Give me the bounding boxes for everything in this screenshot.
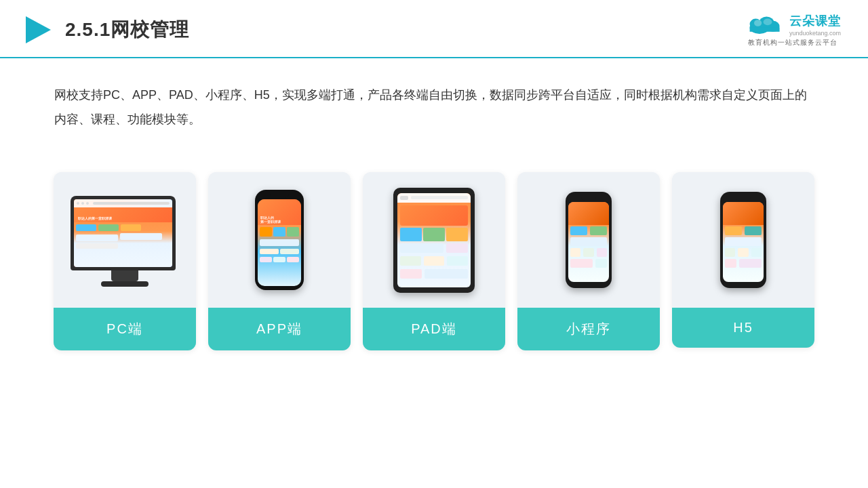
header-left: 2.5.1网校管理 [20,13,189,47]
page-header: 2.5.1网校管理 云朵课堂 yunduoketang.com 教育机构一站式服… [0,0,868,58]
card-pad-label: PAD端 [363,308,505,350]
phone-miniprogram-icon [566,192,612,288]
description-content: 网校支持PC、APP、PAD、小程序、H5，实现多端打通，产品各终端自由切换，数… [54,88,807,126]
card-pc-label: PC端 [54,308,196,350]
description-text: 网校支持PC、APP、PAD、小程序、H5，实现多端打通，产品各终端自由切换，数… [0,58,868,145]
logo-area: 云朵课堂 yunduoketang.com 教育机构一站式服务云平台 [745,12,841,47]
phone-h5-icon [720,192,766,288]
cloud-logo-icon [745,12,785,37]
card-miniprogram-label: 小程序 [517,308,660,350]
pc-image-area: 职达人的第一堂职涯课 [54,172,196,308]
pad-image-area [363,172,505,308]
miniprogram-image-area [517,172,660,308]
card-app: 职达人的第一堂职涯课 [208,172,351,350]
logo-text-group: 云朵课堂 yunduoketang.com [789,13,841,37]
pc-monitor-icon: 职达人的第一堂职涯课 [71,196,179,284]
page-title: 2.5.1网校管理 [65,17,189,43]
card-pc: 职达人的第一堂职涯课 [54,172,196,350]
brand-icon [20,13,54,47]
card-miniprogram: 小程序 [517,172,660,350]
logo-url: yunduoketang.com [789,30,841,37]
svg-rect-5 [750,27,780,31]
svg-point-7 [764,19,772,26]
logo-brand-name: 云朵课堂 [789,13,841,29]
h5-image-area [672,172,814,308]
svg-point-6 [754,20,762,26]
card-h5-label: H5 [672,308,814,348]
device-cards-container: 职达人的第一堂职涯课 [0,152,868,350]
logo-subtitle: 教育机构一站式服务云平台 [748,38,837,47]
card-app-label: APP端 [208,308,351,350]
card-h5: H5 [672,172,814,348]
app-image-area: 职达人的第一堂职涯课 [208,172,351,308]
card-pad: PAD端 [363,172,505,350]
tablet-pad-icon [393,188,475,293]
phone-app-icon: 职达人的第一堂职涯课 [255,190,304,290]
svg-marker-0 [26,16,51,43]
logo-cloud: 云朵课堂 yunduoketang.com [745,12,841,37]
